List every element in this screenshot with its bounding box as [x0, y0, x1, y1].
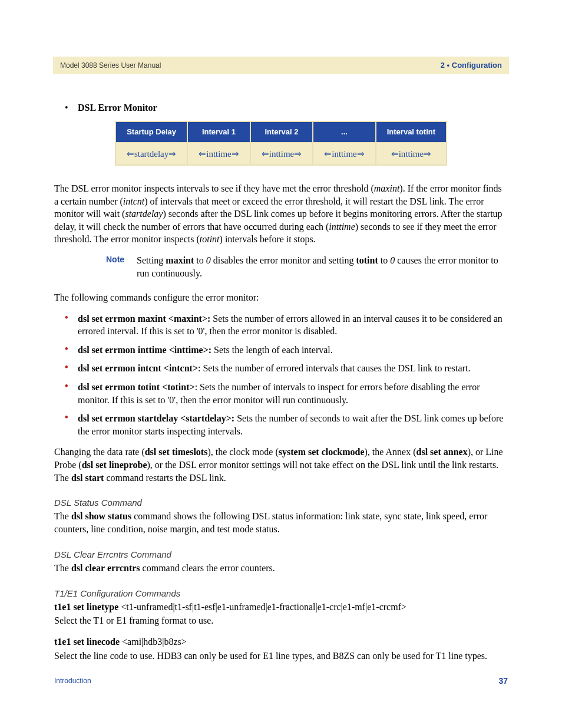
- t1e1-linecode-cmd: t1e1 set linecode <ami|hdb3|b8zs>: [54, 635, 508, 648]
- bullet-icon: •: [65, 381, 78, 406]
- list-item: • dsl set errmon inttime <inttime>: Sets…: [65, 344, 508, 357]
- section-heading-label: DSL Error Monitor: [78, 101, 157, 114]
- td-inttime-1: ⇐inttime⇒: [187, 143, 250, 165]
- bullet-icon: •: [65, 344, 78, 357]
- td-inttime-tot: ⇐inttime⇒: [376, 143, 447, 165]
- subheading-dsl-status: DSL Status Command: [54, 497, 508, 509]
- td-inttime-2: ⇐inttime⇒: [250, 143, 313, 165]
- page-number: 37: [498, 676, 508, 687]
- command-list: • dsl set errmon maxint <maxint>: Sets t…: [54, 312, 508, 438]
- t1e1-linetype-cmd: t1e1 set linetype <t1-unframed|t1-sf|t1-…: [54, 601, 508, 614]
- page-footer: Introduction 37: [54, 676, 508, 687]
- bullet-icon: •: [65, 103, 78, 113]
- td-startdelay: ⇐startdelay⇒: [115, 143, 187, 165]
- note-text: Setting maxint to 0 disables the error m…: [137, 254, 508, 279]
- subheading-t1e1: T1/E1 Configuration Commands: [54, 588, 508, 599]
- paragraph-errmon-desc: The DSL error monitor inspects intervals…: [54, 182, 508, 246]
- table-row: ⇐startdelay⇒ ⇐inttime⇒ ⇐inttime⇒ ⇐inttim…: [115, 143, 447, 165]
- th-ellipsis: ...: [313, 121, 376, 143]
- th-interval-1: Interval 1: [187, 121, 250, 143]
- page-header-banner: Model 3088 Series User Manual 2 • Config…: [53, 57, 509, 74]
- error-monitor-table: Startup Delay Interval 1 Interval 2 ... …: [115, 121, 447, 166]
- t1e1-linetype-desc: Select the T1 or E1 framing format to us…: [54, 614, 508, 627]
- paragraph-dsl-clear: The dsl clear errcntrs command clears th…: [54, 562, 508, 575]
- td-inttime-dots: ⇐inttime⇒: [313, 143, 376, 165]
- paragraph-dsl-status: The dsl show status command shows the fo…: [54, 510, 508, 535]
- table-header-row: Startup Delay Interval 1 Interval 2 ... …: [115, 121, 447, 143]
- note-block: Note Setting maxint to 0 disables the er…: [106, 254, 508, 279]
- bullet-icon: •: [65, 412, 78, 437]
- list-item: • dsl set errmon intcnt <intcnt>: Sets t…: [65, 362, 508, 375]
- th-interval-totint: Interval totint: [376, 121, 447, 143]
- th-interval-2: Interval 2: [250, 121, 313, 143]
- manual-title: Model 3088 Series User Manual: [60, 61, 161, 70]
- paragraph-change-note: Changing the data rate (dsl set timeslot…: [54, 446, 508, 484]
- intro-commands: The following commands configure the err…: [54, 291, 508, 304]
- section-heading: • DSL Error Monitor: [65, 101, 508, 114]
- note-label: Note: [106, 254, 137, 279]
- subheading-dsl-clear: DSL Clear Errcntrs Command: [54, 549, 508, 561]
- t1e1-linecode-desc: Select the line code to use. HDB3 can on…: [54, 650, 508, 663]
- th-startup-delay: Startup Delay: [115, 121, 187, 143]
- footer-section-label: Introduction: [54, 676, 91, 686]
- list-item: • dsl set errmon totint <totint>: Sets t…: [65, 381, 508, 406]
- list-item: • dsl set errmon maxint <maxint>: Sets t…: [65, 312, 508, 338]
- page: Model 3088 Series User Manual 2 • Config…: [0, 0, 562, 728]
- bullet-icon: •: [65, 312, 78, 338]
- chapter-title: 2 • Configuration: [441, 60, 502, 71]
- bullet-icon: •: [65, 362, 78, 375]
- list-item: • dsl set errmon startdelay <startdelay>…: [65, 412, 508, 437]
